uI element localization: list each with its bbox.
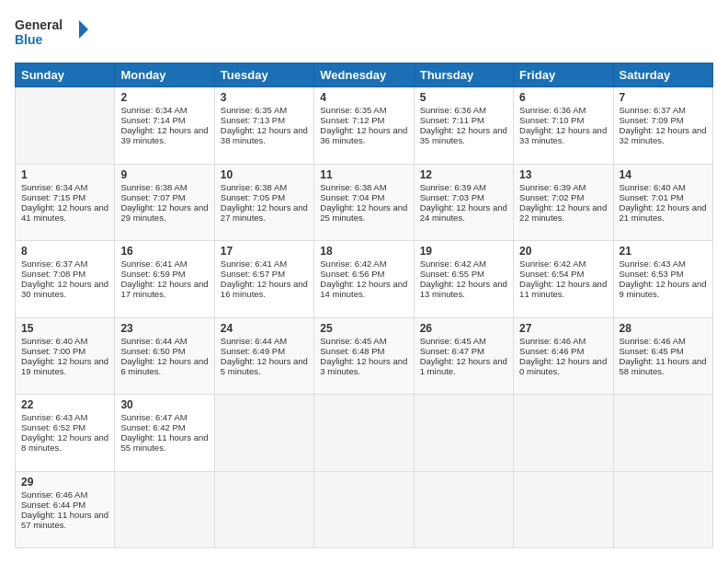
sunrise-text: Sunrise: 6:43 AM [620, 259, 686, 269]
day-cell: 21 Sunrise: 6:43 AM Sunset: 6:53 PM Dayl… [613, 241, 712, 318]
day-number: 5 [420, 91, 507, 104]
day-cell [16, 87, 115, 165]
daylight-text: Daylight: 12 hours and 5 minutes. [221, 356, 308, 376]
sunset-text: Sunset: 7:05 PM [221, 192, 285, 202]
sunrise-text: Sunrise: 6:35 AM [320, 105, 386, 115]
day-number: 10 [221, 168, 308, 181]
daylight-text: Daylight: 12 hours and 8 minutes. [21, 432, 108, 453]
page-header: General Blue [15, 15, 713, 53]
sunset-text: Sunset: 7:14 PM [120, 115, 185, 125]
day-cell: 18 Sunrise: 6:42 AM Sunset: 6:56 PM Dayl… [314, 241, 414, 318]
daylight-text: Daylight: 12 hours and 16 minutes. [221, 279, 308, 299]
daylight-text: Daylight: 12 hours and 9 minutes. [620, 279, 707, 299]
daylight-text: Daylight: 11 hours and 55 minutes. [120, 432, 208, 453]
day-cell [115, 471, 214, 548]
day-cell: 9 Sunrise: 6:38 AM Sunset: 7:07 PM Dayli… [115, 164, 214, 241]
day-cell [613, 395, 712, 472]
col-header-tuesday: Tuesday [214, 63, 313, 87]
sunset-text: Sunset: 7:11 PM [420, 115, 484, 125]
sunrise-text: Sunrise: 6:42 AM [420, 259, 486, 269]
sunrise-text: Sunrise: 6:34 AM [21, 182, 87, 192]
sunrise-text: Sunrise: 6:38 AM [120, 182, 187, 192]
day-number: 28 [620, 322, 707, 335]
col-header-sunday: Sunday [16, 63, 115, 87]
daylight-text: Daylight: 12 hours and 32 minutes. [620, 125, 707, 145]
week-row-5: 29 Sunrise: 6:46 AM Sunset: 6:44 PM Dayl… [16, 471, 713, 548]
day-cell: 2 Sunrise: 6:34 AM Sunset: 7:14 PM Dayli… [115, 87, 214, 165]
sunrise-text: Sunrise: 6:42 AM [320, 259, 386, 269]
sunrise-text: Sunrise: 6:34 AM [120, 105, 187, 115]
day-cell: 20 Sunrise: 6:42 AM Sunset: 6:54 PM Dayl… [514, 241, 613, 318]
daylight-text: Daylight: 12 hours and 11 minutes. [519, 279, 607, 299]
day-cell [314, 395, 414, 472]
sunset-text: Sunset: 7:04 PM [320, 192, 384, 202]
week-row-3: 15 Sunrise: 6:40 AM Sunset: 7:00 PM Dayl… [16, 317, 713, 395]
daylight-text: Daylight: 12 hours and 33 minutes. [519, 125, 607, 145]
week-row-2: 8 Sunrise: 6:37 AM Sunset: 7:08 PM Dayli… [16, 241, 713, 318]
day-cell [214, 471, 313, 548]
sunset-text: Sunset: 7:00 PM [21, 346, 85, 356]
daylight-text: Daylight: 12 hours and 14 minutes. [320, 279, 407, 299]
sunset-text: Sunset: 6:56 PM [320, 269, 384, 279]
sunset-text: Sunset: 6:53 PM [620, 269, 684, 279]
logo: General Blue [15, 15, 88, 53]
day-cell: 14 Sunrise: 6:40 AM Sunset: 7:01 PM Dayl… [613, 164, 712, 241]
day-number: 26 [420, 322, 507, 335]
col-header-wednesday: Wednesday [314, 63, 414, 87]
sunrise-text: Sunrise: 6:44 AM [221, 336, 287, 346]
daylight-text: Daylight: 12 hours and 35 minutes. [420, 125, 507, 145]
daylight-text: Daylight: 12 hours and 21 minutes. [620, 202, 707, 223]
sunset-text: Sunset: 6:46 PM [519, 346, 584, 356]
daylight-text: Daylight: 12 hours and 17 minutes. [120, 279, 208, 299]
sunset-text: Sunset: 7:10 PM [519, 115, 584, 125]
sunset-text: Sunset: 6:57 PM [221, 269, 285, 279]
col-header-thursday: Thursday [414, 63, 513, 87]
sunrise-text: Sunrise: 6:46 AM [21, 489, 87, 500]
day-cell: 15 Sunrise: 6:40 AM Sunset: 7:00 PM Dayl… [16, 317, 115, 395]
sunrise-text: Sunrise: 6:37 AM [21, 259, 87, 269]
day-number: 29 [21, 476, 108, 488]
day-cell: 13 Sunrise: 6:39 AM Sunset: 7:02 PM Dayl… [514, 164, 613, 241]
sunset-text: Sunset: 6:59 PM [120, 269, 185, 279]
day-number: 23 [120, 322, 208, 335]
sunset-text: Sunset: 6:44 PM [21, 500, 85, 510]
day-cell: 30 Sunrise: 6:47 AM Sunset: 6:42 PM Dayl… [115, 395, 214, 472]
day-number: 25 [320, 322, 407, 335]
daylight-text: Daylight: 12 hours and 22 minutes. [519, 202, 607, 223]
sunset-text: Sunset: 7:13 PM [221, 115, 285, 125]
week-row-0: 2 Sunrise: 6:34 AM Sunset: 7:14 PM Dayli… [16, 87, 713, 165]
day-cell: 12 Sunrise: 6:39 AM Sunset: 7:03 PM Dayl… [414, 164, 513, 241]
sunrise-text: Sunrise: 6:41 AM [221, 259, 287, 269]
day-cell [514, 471, 613, 548]
day-cell: 28 Sunrise: 6:46 AM Sunset: 6:45 PM Dayl… [613, 317, 712, 395]
day-number: 4 [320, 91, 407, 104]
day-cell: 17 Sunrise: 6:41 AM Sunset: 6:57 PM Dayl… [214, 241, 313, 318]
week-row-4: 22 Sunrise: 6:43 AM Sunset: 6:52 PM Dayl… [16, 395, 713, 472]
sunset-text: Sunset: 6:45 PM [620, 346, 684, 356]
day-number: 11 [320, 168, 407, 181]
logo-svg: General Blue [15, 15, 88, 53]
sunrise-text: Sunrise: 6:40 AM [21, 336, 87, 346]
day-number: 22 [21, 398, 108, 411]
daylight-text: Daylight: 11 hours and 58 minutes. [620, 356, 707, 376]
col-header-friday: Friday [514, 63, 613, 87]
sunset-text: Sunset: 6:52 PM [21, 422, 85, 432]
sunrise-text: Sunrise: 6:47 AM [120, 412, 187, 422]
daylight-text: Daylight: 12 hours and 30 minutes. [21, 279, 108, 299]
sunset-text: Sunset: 6:55 PM [420, 269, 484, 279]
sunrise-text: Sunrise: 6:40 AM [620, 182, 686, 192]
week-row-1: 1 Sunrise: 6:34 AM Sunset: 7:15 PM Dayli… [16, 164, 713, 241]
sunrise-text: Sunrise: 6:36 AM [420, 105, 486, 115]
day-cell: 25 Sunrise: 6:45 AM Sunset: 6:48 PM Dayl… [314, 317, 414, 395]
day-cell: 23 Sunrise: 6:44 AM Sunset: 6:50 PM Dayl… [115, 317, 214, 395]
sunrise-text: Sunrise: 6:42 AM [519, 259, 586, 269]
day-cell [314, 471, 414, 548]
daylight-text: Daylight: 12 hours and 29 minutes. [120, 202, 208, 223]
svg-text:General: General [15, 17, 63, 32]
day-number: 19 [420, 245, 507, 258]
day-cell: 27 Sunrise: 6:46 AM Sunset: 6:46 PM Dayl… [514, 317, 613, 395]
day-cell: 24 Sunrise: 6:44 AM Sunset: 6:49 PM Dayl… [214, 317, 313, 395]
day-cell [414, 471, 513, 548]
day-cell [514, 395, 613, 472]
day-cell: 8 Sunrise: 6:37 AM Sunset: 7:08 PM Dayli… [16, 241, 115, 318]
